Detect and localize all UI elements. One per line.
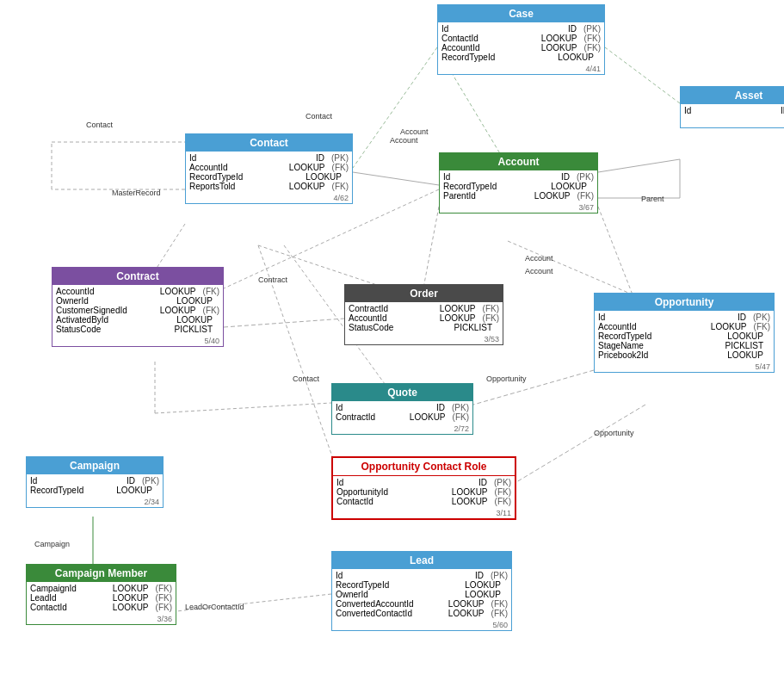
asset-row-id: Id ID (PK) — [684, 106, 784, 115]
lead-row-recordtypeid: RecordTypeId LOOKUP — [336, 580, 508, 590]
case-row-contactid: ContactId LOOKUP (FK) — [441, 34, 601, 43]
entity-opp-contact-role: Opportunity Contact Role Id ID (PK) Oppo… — [331, 456, 516, 520]
entity-order-header: Order — [345, 285, 503, 302]
entity-lead: Lead Id ID (PK) RecordTypeId LOOKUP Owne… — [331, 551, 512, 631]
entity-case-footer: 4/41 — [438, 64, 604, 74]
entity-opp-contact-role-body: Id ID (PK) OpportunityId LOOKUP (FK) Con… — [333, 476, 515, 508]
svg-line-6 — [353, 172, 439, 185]
diagram-canvas: Contact Account Contact MasterRecord Ass… — [0, 0, 784, 687]
entity-asset-footer: 1/39 — [681, 117, 784, 127]
contact-row-id: Id ID (PK) — [189, 153, 349, 163]
contact-row-recordtypeid: RecordTypeId LOOKUP — [189, 172, 349, 182]
svg-line-1 — [353, 47, 437, 168]
entity-contact-header: Contact — [186, 134, 352, 152]
opp-row-accountid: AccountId LOOKUP (FK) — [598, 322, 770, 331]
campaign-row-recordtypeid: RecordTypeId LOOKUP — [30, 486, 159, 495]
entity-asset-header: Asset — [681, 87, 784, 104]
lead-row-id: Id ID (PK) — [336, 571, 508, 580]
entity-order-body: ContractId LOOKUP (FK) AccountId LOOKUP … — [345, 302, 503, 334]
label-account-opp1: Account — [525, 254, 553, 263]
entity-contact-footer: 4/62 — [186, 193, 352, 203]
entity-case: Case Id ID (PK) ContactId LOOKUP (FK) Ac… — [437, 4, 605, 75]
label-contact-quote: Contact — [293, 374, 319, 383]
entity-case-header: Case — [438, 5, 604, 22]
label-account-contact: Account — [390, 136, 418, 145]
entity-asset-body: Id ID (PK) — [681, 104, 784, 117]
lead-row-convertedcontactid: ConvertedContactId LOOKUP (FK) — [336, 609, 508, 618]
account-row-recordtypeid: RecordTypeId LOOKUP — [443, 182, 594, 191]
entity-order: Order ContractId LOOKUP (FK) AccountId L… — [344, 284, 503, 345]
svg-line-11 — [224, 189, 439, 288]
entity-campaign-member-footer: 3/36 — [27, 614, 176, 624]
contact-row-reportstold: ReportsTold LOOKUP (FK) — [189, 182, 349, 191]
entity-opp-contact-role-header: Opportunity Contact Role — [333, 458, 515, 476]
ocr-row-opportunityid: OpportunityId LOOKUP (FK) — [336, 487, 511, 497]
opp-row-id: Id ID (PK) — [598, 313, 770, 322]
entity-account-body: Id ID (PK) RecordTypeId LOOKUP ParentId … — [440, 170, 597, 202]
svg-line-12 — [224, 319, 344, 327]
account-row-parentid: ParentId LOOKUP (FK) — [443, 191, 594, 201]
entity-asset: Asset Id ID (PK) 1/39 — [680, 86, 784, 128]
entity-contact: Contact Id ID (PK) AccountId LOOKUP (FK)… — [185, 133, 353, 204]
account-row-id: Id ID (PK) — [443, 172, 594, 182]
contract-row-activatedbyid: ActivatedById LOOKUP — [56, 315, 219, 325]
entity-contract: Contract AccountId LOOKUP (FK) OwnerId L… — [52, 267, 224, 347]
contract-row-customersignedid: CustomerSignedId LOOKUP (FK) — [56, 306, 219, 315]
cm-row-contactid: ContactId LOOKUP (FK) — [30, 603, 172, 612]
entity-account-header: Account — [440, 153, 597, 170]
ocr-row-contactid: ContactId LOOKUP (FK) — [336, 497, 511, 506]
case-row-id: Id ID (PK) — [441, 24, 601, 34]
entity-campaign-member-body: CampaignId LOOKUP (FK) LeadId LOOKUP (FK… — [27, 582, 176, 614]
svg-line-9 — [598, 159, 680, 172]
contact-row-accountid: AccountId LOOKUP (FK) — [189, 163, 349, 172]
entity-opp-contact-role-footer: 3/11 — [333, 508, 515, 518]
label-account-opp2: Account — [525, 267, 553, 275]
svg-line-14 — [598, 207, 637, 306]
label-contact-self: Contact — [86, 121, 113, 129]
case-row-recordtypeid: RecordTypeId LOOKUP — [441, 53, 601, 62]
svg-line-0 — [605, 47, 680, 103]
quote-row-id: Id ID (PK) — [336, 403, 469, 412]
opp-row-stagename: StageName PICKLIST — [598, 341, 770, 350]
entity-quote-header: Quote — [332, 384, 472, 401]
label-lead-contact-id: LeadOrContactId — [185, 603, 244, 611]
entity-quote-body: Id ID (PK) ContractId LOOKUP (FK) — [332, 401, 472, 424]
order-row-statuscode: StatusCode PICKLIST — [349, 323, 499, 332]
entity-contact-body: Id ID (PK) AccountId LOOKUP (FK) RecordT… — [186, 152, 352, 193]
entity-opportunity: Opportunity Id ID (PK) AccountId LOOKUP … — [594, 293, 775, 373]
contract-row-ownerid: OwnerId LOOKUP — [56, 296, 219, 306]
entity-opportunity-header: Opportunity — [595, 294, 774, 311]
entity-lead-body: Id ID (PK) RecordTypeId LOOKUP OwnerId L… — [332, 569, 511, 620]
entity-campaign-member: Campaign Member CampaignId LOOKUP (FK) L… — [26, 564, 176, 625]
order-row-accountid: AccountId LOOKUP (FK) — [349, 313, 499, 323]
campaign-row-id: Id ID (PK) — [30, 476, 159, 486]
label-account-case: Account — [400, 127, 429, 136]
entity-lead-footer: 5/60 — [332, 620, 511, 630]
order-row-contractid: ContractId LOOKUP (FK) — [349, 304, 499, 313]
cm-row-campaignid: CampaignId LOOKUP (FK) — [30, 584, 172, 593]
label-campaign-member: Campaign — [34, 540, 70, 548]
entity-contract-header: Contract — [52, 268, 223, 285]
svg-line-20 — [516, 405, 645, 482]
contract-row-accountid: AccountId LOOKUP (FK) — [56, 287, 219, 296]
label-contact-case: Contact — [306, 112, 332, 121]
label-opportunity-quote: Opportunity — [486, 374, 527, 383]
entity-contract-footer: 5/40 — [52, 336, 223, 346]
entity-campaign-footer: 2/34 — [27, 497, 163, 507]
opp-row-recordtypeid: RecordTypeId LOOKUP — [598, 331, 770, 341]
svg-line-17 — [155, 403, 331, 413]
entity-account: Account Id ID (PK) RecordTypeId LOOKUP P… — [439, 152, 598, 214]
label-masterrecord: MasterRecord — [112, 189, 161, 197]
entity-campaign-body: Id ID (PK) RecordTypeId LOOKUP — [27, 474, 163, 497]
quote-row-contractid: ContractId LOOKUP (FK) — [336, 412, 469, 422]
entity-quote: Quote Id ID (PK) ContractId LOOKUP (FK) … — [331, 383, 473, 435]
label-parent: Parent — [641, 195, 664, 203]
lead-row-convertedaccountid: ConvertedAccountId LOOKUP (FK) — [336, 599, 508, 609]
entity-order-footer: 3/53 — [345, 334, 503, 344]
entity-account-footer: 3/67 — [440, 202, 597, 213]
label-contract-order: Contract — [258, 275, 287, 284]
label-opportunity-opp-role: Opportunity — [594, 429, 634, 437]
entity-opportunity-body: Id ID (PK) AccountId LOOKUP (FK) RecordT… — [595, 311, 774, 362]
entity-lead-header: Lead — [332, 552, 511, 569]
entity-campaign-header: Campaign — [27, 457, 163, 474]
